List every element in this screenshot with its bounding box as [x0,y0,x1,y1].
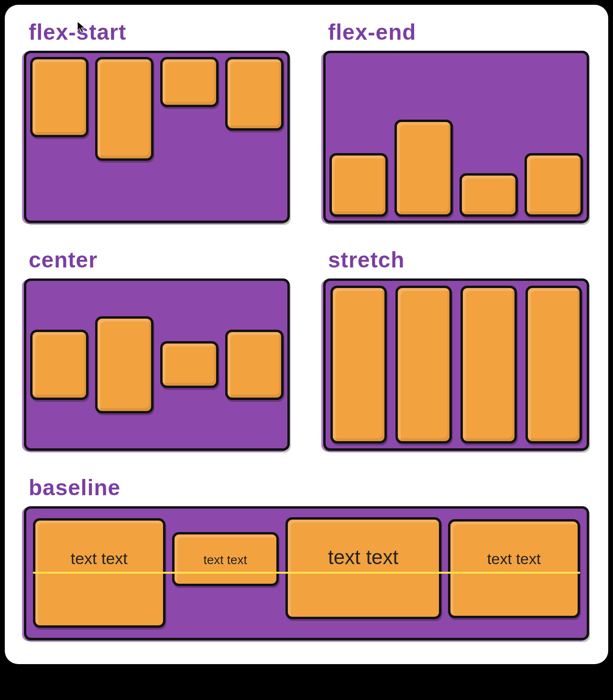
flex-item: text text [285,517,441,619]
item-text: text text [71,549,128,568]
flex-item: text text [172,532,279,586]
flex-item [30,330,88,400]
flex-item [395,286,452,444]
item-text: text text [487,550,541,568]
flex-item [95,316,153,413]
panel-grid: flex-start flex-end center [24,19,589,640]
flex-container [24,51,290,223]
diagram-frame: flex-start flex-end center [5,5,608,664]
flex-item [394,120,453,217]
flex-item [160,341,219,388]
panel-label: baseline [29,475,589,500]
flex-item [329,153,388,217]
flex-item [460,286,517,444]
panel-center: center [24,247,290,451]
item-text: text text [204,553,247,567]
flex-item: text text [33,518,165,628]
flex-container [24,278,290,451]
flex-container: text text text text text text text text [24,506,589,640]
item-text: text text [328,546,398,569]
flex-item [30,57,88,137]
panel-flex-start: flex-start [24,19,290,223]
panel-label: center [29,247,290,273]
flex-item [225,330,284,400]
flex-item [330,286,387,444]
flex-item [460,173,518,217]
flex-item: text text [448,519,580,618]
panel-stretch: stretch [323,247,589,451]
panel-baseline: baseline text text text text text text t… [24,475,589,640]
panel-label: flex-end [328,19,589,45]
flex-container [323,278,589,451]
flex-item [525,153,583,217]
flex-item [525,286,582,444]
panel-flex-end: flex-end [323,19,589,223]
flex-container [323,51,589,223]
panel-label: stretch [328,247,589,273]
flex-item [95,57,153,161]
panel-label: flex-start [29,19,290,45]
flex-item [160,57,219,107]
flex-item [225,57,284,131]
